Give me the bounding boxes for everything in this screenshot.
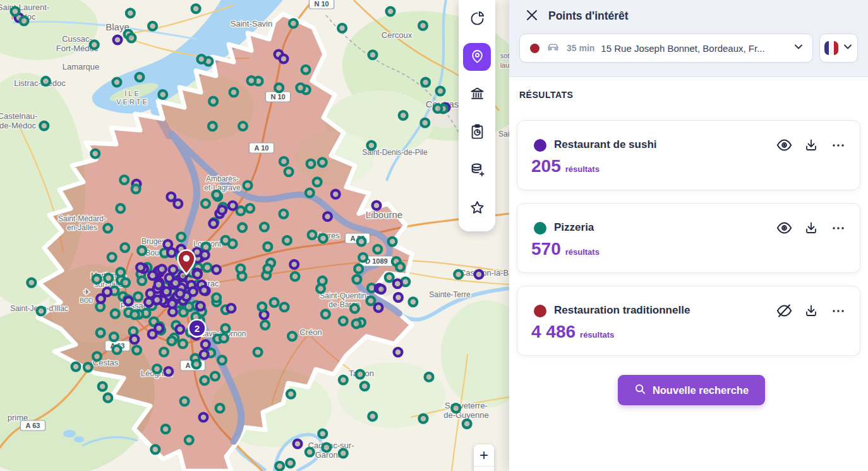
chart-tool-button[interactable] bbox=[463, 5, 491, 33]
poi-dot-teal[interactable] bbox=[72, 363, 80, 371]
poi-dot-purple[interactable] bbox=[200, 413, 208, 422]
poi-dot-teal[interactable] bbox=[454, 271, 462, 279]
poi-dot-teal[interactable] bbox=[239, 122, 247, 130]
zoom-out-button[interactable]: − bbox=[474, 467, 494, 471]
poi-dot-teal[interactable] bbox=[121, 243, 129, 252]
close-panel-button[interactable] bbox=[526, 9, 538, 22]
poi-dot-teal[interactable] bbox=[218, 356, 226, 364]
poi-dot-teal[interactable] bbox=[116, 204, 124, 212]
poi-dot-teal[interactable] bbox=[93, 352, 101, 360]
poi-dot-purple[interactable] bbox=[377, 285, 385, 293]
cluster-marker[interactable]: 2 bbox=[189, 320, 206, 337]
poi-dot-teal[interactable] bbox=[280, 303, 289, 311]
poi-dot-teal[interactable] bbox=[104, 394, 112, 402]
poi-dot-teal[interactable] bbox=[104, 274, 112, 282]
route-selector[interactable]: 35 min 15 Rue Joseph Bonnet, Bordeaux, F… bbox=[519, 34, 813, 63]
poi-dot-teal[interactable] bbox=[302, 66, 310, 74]
poi-dot-teal[interactable] bbox=[209, 97, 217, 106]
poi-dot-teal[interactable] bbox=[133, 346, 141, 354]
poi-dot-teal[interactable] bbox=[425, 373, 433, 381]
more-options-button[interactable] bbox=[829, 303, 847, 321]
poi-dot-purple[interactable] bbox=[375, 303, 383, 312]
poi-dot-teal[interactable] bbox=[339, 450, 347, 458]
poi-dot-teal[interactable] bbox=[108, 253, 116, 261]
poi-dot-teal[interactable] bbox=[111, 310, 119, 318]
poi-dot-purple[interactable] bbox=[193, 270, 202, 278]
poi-dot-teal[interactable] bbox=[236, 207, 244, 215]
poi-dot-teal[interactable] bbox=[434, 104, 442, 113]
poi-dot-purple[interactable] bbox=[332, 190, 340, 199]
poi-dot-teal[interactable] bbox=[286, 459, 294, 467]
poi-dot-teal[interactable] bbox=[387, 8, 395, 16]
poi-dot-teal[interactable] bbox=[99, 382, 107, 391]
poi-dot-purple[interactable] bbox=[114, 36, 122, 44]
poi-dot-teal[interactable] bbox=[437, 87, 445, 95]
poi-dot-teal[interactable] bbox=[185, 436, 193, 444]
poi-dot-teal[interactable] bbox=[261, 321, 269, 329]
new-search-button[interactable]: Nouvelle recherche bbox=[618, 375, 765, 405]
poi-dot-teal[interactable] bbox=[104, 224, 112, 233]
poi-dot-teal[interactable] bbox=[280, 157, 288, 166]
zoom-in-button[interactable]: + bbox=[474, 444, 494, 466]
poi-dot-teal[interactable] bbox=[339, 376, 347, 384]
poi-dot-purple[interactable] bbox=[280, 55, 288, 63]
poi-dot-teal[interactable] bbox=[197, 55, 205, 63]
poi-dot-purple[interactable] bbox=[155, 281, 163, 289]
poi-dot-teal[interactable] bbox=[361, 382, 369, 390]
poi-dot-teal[interactable] bbox=[313, 178, 322, 186]
poi-dot-purple[interactable] bbox=[373, 202, 381, 210]
poi-dot-teal[interactable] bbox=[121, 279, 130, 287]
poi-dot-teal[interactable] bbox=[368, 412, 377, 420]
poi-dot-teal[interactable] bbox=[212, 191, 220, 199]
poi-dot-purple[interactable] bbox=[124, 297, 133, 305]
poi-dot-teal[interactable] bbox=[177, 233, 185, 241]
poi-dot-teal[interactable] bbox=[254, 348, 262, 357]
poi-dot-teal[interactable] bbox=[373, 245, 382, 254]
poi-dot-teal[interactable] bbox=[399, 111, 407, 119]
poi-dot-teal[interactable] bbox=[409, 298, 417, 306]
poi-dot-teal[interactable] bbox=[318, 430, 327, 438]
poi-dot-teal[interactable] bbox=[283, 236, 291, 245]
poi-dot-teal[interactable] bbox=[220, 334, 228, 342]
poi-dot-teal[interactable] bbox=[203, 264, 212, 272]
poi-dot-teal[interactable] bbox=[128, 34, 136, 42]
amenities-tool-button[interactable] bbox=[463, 81, 491, 109]
poi-dot-teal[interactable] bbox=[181, 397, 189, 405]
poi-dot-purple[interactable] bbox=[196, 302, 205, 310]
poi-dot-purple[interactable] bbox=[158, 265, 166, 273]
poi-dot-teal[interactable] bbox=[396, 263, 404, 271]
poi-dot-teal[interactable] bbox=[353, 276, 361, 284]
poi-dot-teal[interactable] bbox=[322, 443, 330, 451]
poi-dot-purple[interactable] bbox=[227, 304, 236, 312]
download-button[interactable] bbox=[802, 303, 820, 321]
poi-dot-teal[interactable] bbox=[216, 404, 224, 412]
poi-dot-teal[interactable] bbox=[306, 448, 314, 456]
poi-dot-teal[interactable] bbox=[452, 404, 460, 412]
poi-dot-teal[interactable] bbox=[126, 9, 135, 17]
poi-dot-teal[interactable] bbox=[385, 273, 394, 281]
poi-dot-purple[interactable] bbox=[209, 219, 217, 228]
poi-dot-teal[interactable] bbox=[258, 303, 266, 311]
poi-dot-purple[interactable] bbox=[394, 348, 402, 357]
poi-dot-purple[interactable] bbox=[164, 367, 172, 376]
poi-dot-purple[interactable] bbox=[189, 288, 197, 296]
poi-dot-teal[interactable] bbox=[192, 360, 200, 369]
poi-dot-purple[interactable] bbox=[176, 290, 184, 298]
poi-dot-teal[interactable] bbox=[244, 181, 252, 190]
poi-dot-teal[interactable] bbox=[84, 363, 92, 371]
poi-dot-teal[interactable] bbox=[20, 17, 28, 25]
poi-dot-purple[interactable] bbox=[174, 200, 182, 208]
poi-dot-purple[interactable] bbox=[162, 288, 171, 296]
poi-dot-teal[interactable] bbox=[275, 84, 283, 92]
poi-dot-teal[interactable] bbox=[116, 268, 124, 276]
download-button[interactable] bbox=[802, 137, 820, 155]
poi-dot-teal[interactable] bbox=[113, 78, 121, 87]
poi-dot-teal[interactable] bbox=[113, 346, 121, 354]
poi-dot-purple[interactable] bbox=[145, 298, 153, 307]
poi-dot-teal[interactable] bbox=[306, 189, 314, 197]
poi-dot-teal[interactable] bbox=[289, 20, 298, 28]
poi-dot-teal[interactable] bbox=[200, 376, 208, 384]
poi-dot-purple[interactable] bbox=[148, 271, 157, 279]
favorites-tool-button[interactable] bbox=[463, 195, 491, 223]
toggle-visibility-button[interactable] bbox=[775, 303, 793, 321]
